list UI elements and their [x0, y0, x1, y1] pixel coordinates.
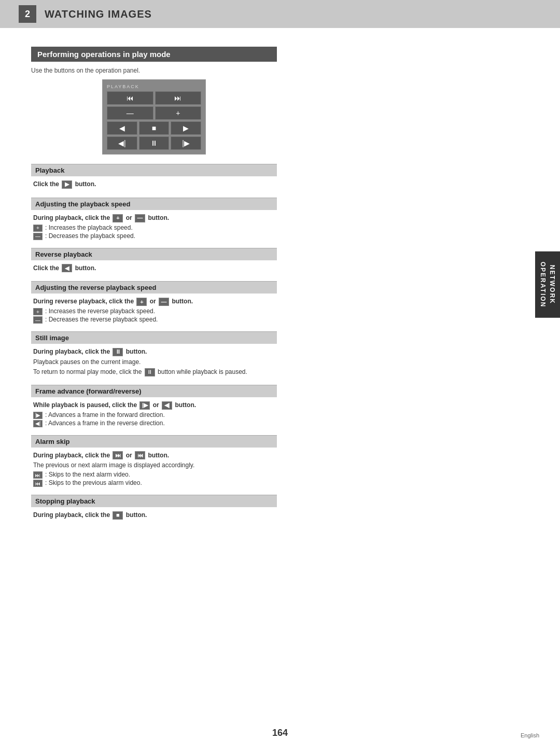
frame-rev-bullet-icon: ◀|	[33, 420, 43, 427]
reverse-icon-inline: ◀	[62, 264, 72, 272]
subsection-frame-content: While playback is paused, click the |▶ o…	[31, 400, 277, 429]
skip-fwd-icon-inline: ⏭	[113, 451, 123, 459]
adj-reverse-bullet-2: — : Decreases the reverse playback speed…	[33, 316, 275, 324]
right-column: NETWORK OPERATION	[296, 28, 560, 541]
subsection-stopping-content: During playback, click the ■ button.	[31, 510, 277, 522]
header-bar: 2 WATCHING IMAGES	[0, 0, 560, 28]
pause-icon-inline-2: ⏸	[145, 368, 155, 376]
side-tab: NETWORK OPERATION	[535, 251, 560, 317]
minus-icon-inline-2: —	[159, 298, 169, 306]
subsection-adj-reverse-header: Adjusting the reverse playback speed	[31, 281, 277, 294]
skip-back-button[interactable]: ⏮	[107, 91, 153, 105]
subsection-reverse-content: Click the ◀ button.	[31, 263, 277, 275]
adj-playback-instruction: During playback, click the + or — button…	[33, 214, 275, 222]
decrease-speed-button[interactable]: —	[107, 106, 153, 120]
subsection-adj-playback-header: Adjusting the playback speed	[31, 198, 277, 210]
subsection-still-content: During playback, click the ⏸ button. Pla…	[31, 346, 277, 378]
alarm-rev-bullet-icon: ⏮	[33, 480, 43, 487]
intro-text: Use the buttons on the operation panel.	[31, 67, 277, 74]
adj-reverse-bullet-2-text: : Decreases the reverse playback speed.	[45, 316, 158, 323]
subsection-reverse-header: Reverse playback	[31, 248, 277, 260]
subsection-adj-playback-content: During playback, click the + or — button…	[31, 213, 277, 242]
alarm-bullet-2-text: : Skips to the previous alarm video.	[45, 479, 142, 486]
subsection-alarm-content: During playback, click the ⏭ or ⏮ button…	[31, 450, 277, 489]
frame-fwd-bullet-icon: |▶	[33, 412, 43, 419]
play-button[interactable]: ▶	[171, 121, 201, 135]
playback-instruction: Click the ▶ button.	[33, 180, 275, 189]
alarm-bullet-1: ⏭ : Skips to the next alarm video.	[33, 471, 275, 479]
side-tab-line1: NETWORK	[549, 265, 556, 304]
pause-icon-inline: ⏸	[113, 348, 123, 356]
frame-instruction: While playback is paused, click the |▶ o…	[33, 401, 275, 410]
still-instruction: During playback, click the ⏸ button.	[33, 347, 275, 356]
adj-reverse-instruction: During reverse playback, click the + or …	[33, 297, 275, 306]
alarm-instruction: During playback, click the ⏭ or ⏮ button…	[33, 451, 275, 460]
subsection-still-header: Still image	[31, 331, 277, 344]
skip-rev-icon-inline: ⏮	[135, 451, 145, 459]
playback-panel: PLAYBACK ⏮ ⏭ — + ◀ ■ ▶ ◀| ⏸ |▶	[102, 79, 206, 155]
skip-forward-button[interactable]: ⏭	[155, 91, 202, 105]
subsection-frame-header: Frame advance (forward/reverse)	[31, 385, 277, 397]
adj-playback-bullet-2: — : Decreases the playback speed.	[33, 232, 275, 240]
alarm-line-1: The previous or next alarm image is disp…	[33, 461, 275, 470]
reverse-instruction: Click the ◀ button.	[33, 264, 275, 273]
plus-icon-inline-2: +	[136, 298, 147, 306]
subsection-adj-reverse-content: During reverse playback, click the + or …	[31, 296, 277, 325]
header-title: WATCHING IMAGES	[45, 8, 152, 20]
subsection-alarm-header: Alarm skip	[31, 435, 277, 448]
adj-reverse-bullet-1-text: : Increases the reverse playback speed.	[45, 308, 155, 315]
reverse-button[interactable]: ◀	[107, 121, 137, 135]
left-column: Performing operations in play mode Use t…	[0, 28, 296, 541]
subsection-playback-content: Click the ▶ button.	[31, 179, 277, 191]
minus-icon-inline: —	[135, 214, 145, 222]
frame-forward-button[interactable]: |▶	[171, 136, 201, 150]
playback-panel-label: PLAYBACK	[107, 84, 201, 89]
frame-bullet-2: ◀| : Advances a frame in the reverse dir…	[33, 420, 275, 427]
language-label: English	[521, 732, 539, 738]
minus-bullet-icon: —	[33, 233, 43, 240]
subsection-playback-header: Playback	[31, 164, 277, 176]
plus-bullet-icon-2: +	[33, 308, 43, 315]
adj-playback-bullet-2-text: : Decreases the playback speed.	[45, 232, 135, 240]
adj-reverse-bullet-1: + : Increases the reverse playback speed…	[33, 308, 275, 315]
frame-rev-icon-inline: ◀|	[162, 401, 172, 410]
frame-bullet-1-text: : Advances a frame in the forward direct…	[45, 411, 165, 418]
alarm-bullet-2: ⏮ : Skips to the previous alarm video.	[33, 479, 275, 487]
play-icon-inline: ▶	[62, 180, 72, 189]
stop-button[interactable]: ■	[139, 121, 170, 135]
increase-speed-button[interactable]: +	[155, 106, 202, 120]
pause-button[interactable]: ⏸	[139, 136, 170, 150]
chapter-number: 2	[19, 5, 36, 23]
still-line-1: Playback pauses on the current image.	[33, 358, 275, 367]
stop-icon-inline: ■	[113, 511, 123, 520]
frame-fwd-icon-inline: |▶	[139, 401, 150, 410]
minus-bullet-icon-2: —	[33, 316, 43, 324]
adj-playback-bullet-1: + : Increases the playback speed.	[33, 224, 275, 232]
stopping-instruction: During playback, click the ■ button.	[33, 511, 275, 520]
alarm-fwd-bullet-icon: ⏭	[33, 471, 43, 479]
side-tab-line2: OPERATION	[539, 261, 547, 307]
plus-icon-inline: +	[113, 214, 123, 222]
plus-bullet-icon: +	[33, 225, 43, 232]
frame-bullet-1: |▶ : Advances a frame in the forward dir…	[33, 411, 275, 419]
still-line-2: To return to normal play mode, click the…	[33, 368, 275, 376]
frame-back-button[interactable]: ◀|	[107, 136, 137, 150]
page-number: 164	[272, 728, 288, 738]
adj-playback-bullet-1-text: : Increases the playback speed.	[45, 224, 133, 231]
section-title: Performing operations in play mode	[31, 47, 277, 62]
frame-bullet-2-text: : Advances a frame in the reverse direct…	[45, 420, 165, 427]
content-area: Performing operations in play mode Use t…	[0, 28, 560, 541]
alarm-bullet-1-text: : Skips to the next alarm video.	[45, 471, 130, 478]
subsection-stopping-header: Stopping playback	[31, 495, 277, 507]
